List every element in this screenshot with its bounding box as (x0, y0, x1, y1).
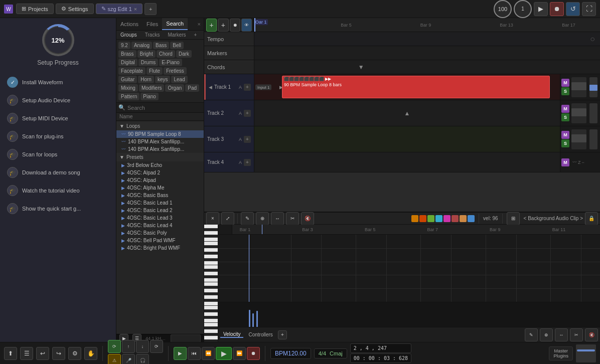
setup-item-midi[interactable]: 🎓 Setup MIDI Device (4, 110, 112, 126)
tag-bright[interactable]: Bright (137, 50, 156, 58)
piano-roll-tool-select[interactable]: ⊕ (256, 212, 269, 225)
piano-key[interactable] (204, 248, 218, 252)
undo-btn[interactable]: ↩ (36, 347, 49, 360)
tag-fretless[interactable]: Fretless (164, 67, 187, 75)
color-swatch-5[interactable] (443, 215, 451, 222)
topbar-record-button[interactable]: ⏺ (550, 2, 564, 16)
piano-roll-tool-stretch[interactable]: ↔ (271, 212, 284, 225)
time-sig-display[interactable]: 4/4 Cmaj (314, 348, 347, 358)
piano-key[interactable] (204, 278, 218, 282)
piano-key[interactable] (204, 261, 218, 265)
track-fader-3[interactable] (571, 129, 586, 149)
topbar-play-button[interactable]: ▶ (534, 2, 548, 16)
color-swatch-2[interactable] (419, 215, 426, 222)
piano-roll-lock[interactable]: 🔒 (585, 212, 598, 225)
track-content-3[interactable] (254, 126, 560, 152)
tag-analog[interactable]: Analog (131, 42, 152, 49)
piano-key[interactable] (204, 255, 218, 259)
setup-item-loops[interactable]: 🎓 Scan for loops (4, 146, 112, 162)
browser-subtab-groups[interactable]: Groups (116, 31, 141, 39)
topbar-expand-button[interactable]: ⛶ (582, 2, 596, 16)
browser-tab-actions[interactable]: Actions (116, 19, 142, 30)
browser-preset-item[interactable]: ▶4OSC: Bell Pad WMF (116, 237, 204, 244)
record-btn[interactable]: ⏺ (247, 347, 260, 360)
browser-preset-item[interactable]: ▶4OSC: Basic Lead 3 (116, 214, 204, 222)
piano-key[interactable] (204, 336, 218, 340)
color-swatch-1[interactable] (411, 215, 418, 222)
browser-preset-item[interactable]: ▶4OSC: Basic Poly (116, 229, 204, 237)
browser-subtab-add[interactable]: + (190, 31, 201, 39)
track-pan-3[interactable] (589, 129, 597, 149)
piano-key[interactable] (204, 242, 218, 246)
browser-section-loops[interactable]: ▼Loops (116, 122, 204, 130)
tag-bass[interactable]: Bass (153, 42, 169, 49)
save-btn-2[interactable]: ↓ (136, 340, 149, 353)
mic-btn[interactable]: 🎤 (122, 354, 135, 365)
browser-tab-files[interactable]: Files (142, 19, 162, 30)
piano-roll-float[interactable]: ⤢ (221, 212, 234, 225)
piano-roll-grid[interactable] (218, 235, 600, 302)
track-mute-1[interactable]: M (561, 79, 569, 87)
color-swatch-4[interactable] (435, 215, 442, 222)
setup-item-demo[interactable]: 🎓 Download a demo song (4, 164, 112, 180)
setup-item-tutorial[interactable]: 🎓 Watch the tutorial video (4, 183, 112, 199)
record-arm-btn[interactable]: ⏺ (230, 19, 240, 32)
track-menu-btn[interactable]: + (218, 19, 228, 32)
add-track-btn[interactable]: + (206, 19, 217, 32)
color-swatch-3[interactable] (427, 215, 434, 222)
track-mute-4[interactable]: M (561, 158, 569, 166)
redo-btn[interactable]: ↪ (52, 347, 65, 360)
pr-tool-2[interactable]: ⊕ (540, 328, 553, 341)
velocity-tab[interactable]: Velocity (220, 331, 243, 338)
browser-preset-item[interactable]: ▶4OSC: Basic Lead 2 (116, 207, 204, 214)
browser-preset-item[interactable]: ▶4OSC: Bright Pad WMF (116, 244, 204, 252)
hand-btn[interactable]: ✋ (84, 347, 97, 360)
piano-key[interactable] (204, 340, 218, 342)
piano-key[interactable] (204, 329, 218, 333)
piano-key[interactable] (204, 306, 218, 310)
tag-lead[interactable]: Lead (171, 76, 187, 83)
next-btn[interactable]: ⏩ (233, 347, 246, 360)
browser-loop-item[interactable]: 〰140 BPM Alex Sanfilipp... (116, 138, 204, 145)
quantize-btn[interactable]: ⊞ (507, 212, 520, 225)
settings-button[interactable]: ⚙ Settings (56, 4, 94, 14)
browser-close-icon[interactable]: × (195, 19, 204, 29)
setup-item-audio[interactable]: 🎓 Setup Audio Device (4, 92, 112, 108)
tag-9.2[interactable]: 9.2 (118, 42, 130, 49)
setup-item-quickstart[interactable]: 🎓 Show the quick start g... (4, 201, 112, 217)
pr-mute[interactable]: 🔇 (585, 328, 598, 341)
pr-tool-1[interactable]: ✎ (525, 328, 538, 341)
track-mute-3[interactable]: M (561, 131, 569, 139)
piano-roll-tool-draw[interactable]: ✎ (241, 212, 254, 225)
piano-key[interactable] (204, 319, 218, 323)
pr-tool-4[interactable]: ✂ (570, 328, 583, 341)
audio-clip-1[interactable]: ⬛⬛⬛⬛⬛⬛⬛⬛ ▶▶ 90 BPM Sample Loop 8 bars (282, 76, 550, 98)
tag-e-piano[interactable]: E-Piano (159, 59, 182, 66)
headphone-btn[interactable]: 🎧 (136, 354, 149, 365)
piano-key[interactable] (204, 295, 218, 299)
track-fader-1[interactable] (571, 77, 586, 97)
color-swatch-6[interactable] (452, 215, 459, 222)
piano-key[interactable] (204, 231, 218, 235)
tag-piano[interactable]: Piano (140, 93, 159, 100)
new-tab-button[interactable]: + (144, 3, 157, 15)
tag-modifiers[interactable]: Modifiers (139, 84, 165, 92)
track-solo-2[interactable]: S (561, 113, 569, 121)
add-controller-btn[interactable]: + (278, 330, 287, 339)
export-btn[interactable]: ⬆ (4, 347, 17, 360)
track-add-3[interactable]: + (244, 136, 251, 143)
tag-faceplate[interactable]: Faceplate (118, 67, 145, 75)
loop-toggle-btn[interactable]: ▶ (174, 347, 187, 360)
piano-key[interactable] (204, 265, 218, 269)
project-tab[interactable]: ✎ szg Edit 1 × (96, 4, 143, 14)
browser-subtab-tracks[interactable]: Tracks (141, 31, 164, 39)
tag-organ[interactable]: Organ (165, 84, 184, 92)
prev-btn[interactable]: ⏪ (202, 347, 215, 360)
tag-dark[interactable]: Dark (176, 50, 192, 58)
piano-key[interactable] (204, 312, 218, 316)
search-input[interactable] (127, 105, 202, 111)
track-add-2[interactable]: + (244, 110, 251, 117)
piano-key[interactable] (204, 323, 218, 327)
tag-pad[interactable]: Pad (185, 84, 199, 92)
rewind-start-btn[interactable]: ⏮ (188, 347, 201, 360)
